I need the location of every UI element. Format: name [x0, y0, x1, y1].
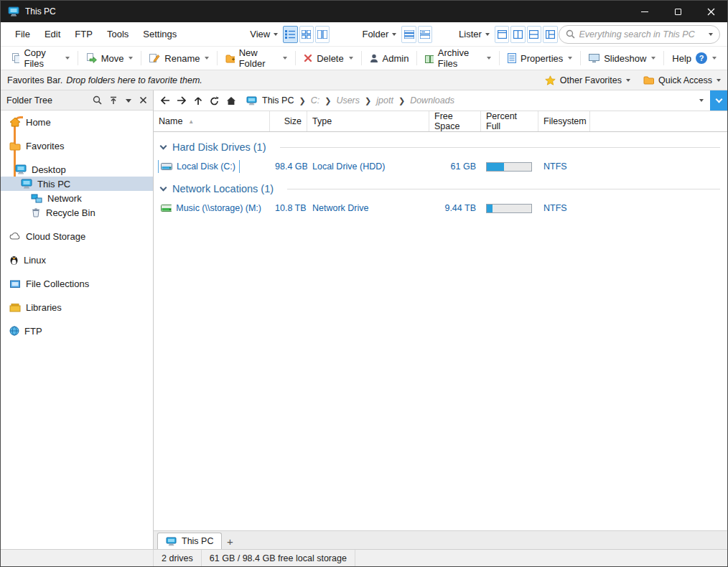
lister-dual-vertical-button[interactable] [510, 26, 525, 43]
tree-item-libraries[interactable]: Libraries [1, 300, 153, 314]
view-list-button[interactable] [315, 26, 330, 43]
chevron-down-icon [715, 96, 722, 103]
quick-access-button[interactable]: Quick Access [643, 75, 721, 85]
view-details-button[interactable] [283, 26, 297, 43]
folder-options-button[interactable] [710, 90, 727, 111]
breadcrumb-segment[interactable]: This PC [262, 95, 294, 106]
back-button[interactable] [157, 92, 173, 109]
folder-tree-header: Folder Tree [1, 90, 153, 111]
delete-button[interactable]: Delete [297, 47, 360, 70]
folder-flat-view-button[interactable] [401, 26, 416, 43]
path-history-dropdown[interactable] [693, 99, 710, 102]
lister-single-button[interactable] [495, 26, 509, 43]
favorites-bar-label: Favorites Bar. [7, 75, 62, 85]
view-thumbnails-button[interactable] [299, 26, 314, 43]
new-folder-icon [225, 54, 234, 63]
new-folder-button[interactable]: New Folder [219, 47, 294, 70]
chevron-down-icon [274, 33, 278, 36]
admin-button[interactable]: Admin [363, 47, 416, 70]
folder-icon [643, 75, 654, 85]
tree-item-file-collections[interactable]: File Collections [1, 276, 153, 291]
breadcrumb-segment[interactable]: Users [336, 95, 360, 106]
tab-this-pc[interactable]: This PC [157, 533, 222, 549]
archive-icon [425, 54, 434, 63]
cloud-icon [9, 232, 21, 240]
percent-full-cell [481, 204, 538, 213]
chevron-down-icon [699, 99, 704, 102]
tree-item-recycle-bin[interactable]: Recycle Bin [1, 205, 153, 220]
lister-tree-button[interactable] [543, 26, 557, 43]
menu-file[interactable]: File [8, 25, 37, 43]
menu-ftp[interactable]: FTP [67, 25, 100, 43]
thumbnails-view-icon [302, 30, 311, 39]
folder-grouped-view-button[interactable] [418, 26, 432, 43]
up-button[interactable] [190, 92, 206, 109]
rename-button[interactable]: Rename [143, 47, 215, 70]
lister-menu[interactable]: Lister [454, 25, 494, 43]
search-input[interactable] [579, 29, 705, 39]
group-divider [287, 189, 720, 189]
close-button[interactable] [694, 1, 727, 22]
slideshow-button[interactable]: Slideshow [582, 47, 662, 70]
copy-files-button[interactable]: Copy Files [5, 47, 76, 70]
breadcrumb-segment[interactable]: C: [311, 95, 320, 106]
drive-name-cell[interactable]: Local Disk (C:) [159, 160, 239, 173]
help-button[interactable]: Help ? [666, 47, 723, 70]
filesystem-cell: NTFS [538, 203, 590, 213]
column-header-filler [590, 111, 727, 131]
maximize-button[interactable] [661, 1, 694, 22]
column-header-percent-full[interactable]: Percent Full [481, 111, 538, 131]
menu-settings[interactable]: Settings [136, 25, 184, 43]
tree-search-icon[interactable] [93, 95, 102, 105]
column-header-size[interactable]: Size [270, 111, 307, 131]
tree-item-home[interactable]: Home [1, 115, 153, 129]
tree-item-ftp[interactable]: FTP [1, 324, 153, 338]
table-row[interactable]: Music (\\storage) (M:) 10.8 TB Network D… [154, 200, 727, 217]
minimize-button[interactable] [628, 1, 661, 22]
move-button[interactable]: Move [80, 47, 140, 70]
recycle-bin-icon [31, 207, 41, 217]
column-header-free-space[interactable]: Free Space [429, 111, 481, 131]
this-pc-icon [166, 537, 177, 546]
group-header-hard-disk-drives[interactable]: Hard Disk Drives (1) [154, 138, 727, 156]
properties-button[interactable]: Properties [501, 47, 579, 70]
chevron-down-icon [205, 57, 209, 60]
forward-button[interactable] [173, 92, 190, 109]
archive-files-button[interactable]: Archive Files [419, 47, 498, 70]
column-header-type[interactable]: Type [307, 111, 429, 131]
tree-close-icon[interactable] [139, 96, 147, 104]
network-drive-icon [161, 204, 172, 212]
column-header-filesystem[interactable]: Filesystem [538, 111, 590, 131]
lister-dual-horizontal-button[interactable] [527, 26, 541, 43]
tree-item-network[interactable]: Network [1, 191, 153, 205]
folder-menu[interactable]: Folder [358, 25, 401, 43]
path-bar: This PC ❯ C: ❯ Users ❯ jpott ❯ Downloads [154, 90, 727, 111]
chevron-down-icon [709, 33, 713, 36]
drive-name-cell[interactable]: Music (\\storage) (M:) [159, 202, 265, 215]
new-tab-button[interactable]: + [222, 533, 238, 549]
breadcrumb-segment[interactable]: Downloads [410, 95, 454, 106]
tree-item-this-pc[interactable]: This PC [1, 177, 153, 191]
tree-collapse-icon[interactable] [109, 96, 118, 105]
breadcrumb-separator-icon: ❯ [365, 96, 371, 106]
home-icon [226, 96, 236, 106]
group-header-network-locations[interactable]: Network Locations (1) [154, 179, 727, 198]
file-pane: This PC ❯ C: ❯ Users ❯ jpott ❯ Downloads… [154, 90, 727, 549]
tree-options-icon[interactable] [125, 97, 132, 104]
chevron-down-icon [485, 33, 490, 36]
breadcrumb-segment[interactable]: jpott [376, 95, 393, 106]
refresh-button[interactable] [206, 92, 223, 109]
column-header-name[interactable]: Name ▲ [154, 111, 270, 131]
table-row[interactable]: Local Disk (C:) 98.4 GB Local Drive (HDD… [154, 158, 727, 175]
view-menu[interactable]: View [246, 25, 282, 43]
chevron-down-icon [626, 79, 630, 82]
tree-item-desktop[interactable]: Desktop [1, 162, 153, 177]
menu-tools[interactable]: Tools [100, 25, 136, 43]
other-favorites-button[interactable]: Other Favorites [545, 75, 630, 85]
home-button[interactable] [223, 92, 239, 109]
tree-item-favorites[interactable]: Favorites [1, 139, 153, 153]
menu-edit[interactable]: Edit [37, 25, 67, 43]
tree-item-cloud-storage[interactable]: Cloud Storage [1, 229, 153, 243]
tree-item-linux[interactable]: Linux [1, 253, 153, 267]
forward-icon [177, 96, 187, 105]
